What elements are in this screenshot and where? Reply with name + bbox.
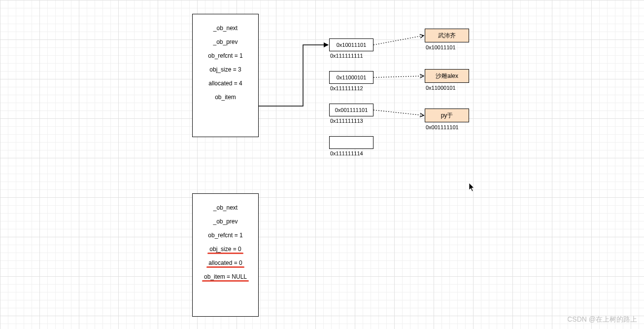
memory-cell-2: 0x001111101 bbox=[329, 104, 373, 116]
diagram-canvas: _ob_next _ob_prev ob_refcnt = 1 obj_size… bbox=[0, 0, 644, 329]
struct2-field-5: ob_item = NULL bbox=[204, 273, 247, 280]
cell-value-2: 0x001111101 bbox=[335, 107, 368, 113]
struct2-field-0: _ob_next bbox=[213, 204, 237, 211]
cell-value-1: 0x11000101 bbox=[337, 74, 367, 80]
struct2-field-2: ob_refcnt = 1 bbox=[208, 232, 242, 239]
memory-cell-3 bbox=[329, 136, 373, 149]
struct1-field-3: obj_size = 3 bbox=[209, 66, 241, 73]
struct1-field-2: ob_refcnt = 1 bbox=[208, 52, 242, 59]
struct2-field-3: obj_size = 0 bbox=[209, 246, 241, 253]
memory-cell-0: 0x10011101 bbox=[329, 38, 373, 51]
cell-value-0: 0x10011101 bbox=[337, 42, 367, 48]
cell-addr-0: 0x111111111 bbox=[330, 53, 363, 59]
struct1-field-5: ob_item bbox=[215, 94, 236, 101]
mouse-cursor-icon bbox=[469, 183, 475, 192]
svg-line-1 bbox=[373, 76, 424, 77]
svg-line-0 bbox=[373, 36, 424, 45]
value-box-2: py于 bbox=[425, 109, 469, 122]
struct2-field-4: allocated = 0 bbox=[208, 259, 242, 266]
arrows-svg bbox=[0, 0, 644, 329]
value-box-0: 武沛齐 bbox=[425, 29, 469, 42]
svg-line-2 bbox=[373, 110, 424, 115]
value-addr-2: 0x001111101 bbox=[426, 124, 459, 130]
value-box-1: 沙雕alex bbox=[425, 69, 469, 83]
value-addr-1: 0x11000101 bbox=[426, 85, 456, 91]
value-addr-0: 0x10011101 bbox=[426, 44, 456, 50]
value-label-1: 沙雕alex bbox=[436, 72, 458, 80]
struct2-field-1: _ob_prev bbox=[213, 218, 237, 225]
cell-addr-3: 0x111111114 bbox=[330, 150, 363, 156]
struct-box-1: _ob_next _ob_prev ob_refcnt = 1 obj_size… bbox=[192, 14, 259, 137]
struct1-field-0: _ob_next bbox=[213, 25, 237, 32]
cell-addr-1: 0x111111112 bbox=[330, 85, 363, 91]
value-label-0: 武沛齐 bbox=[438, 32, 456, 40]
memory-cell-1: 0x11000101 bbox=[329, 71, 373, 84]
cell-addr-2: 0x111111113 bbox=[330, 118, 363, 124]
value-label-2: py于 bbox=[441, 111, 453, 120]
watermark: CSDN @在上树的路上 bbox=[567, 315, 637, 324]
struct-box-2: _ob_next _ob_prev ob_refcnt = 1 obj_size… bbox=[192, 193, 259, 317]
struct1-field-1: _ob_prev bbox=[213, 38, 237, 45]
struct1-field-4: allocated = 4 bbox=[208, 80, 242, 87]
